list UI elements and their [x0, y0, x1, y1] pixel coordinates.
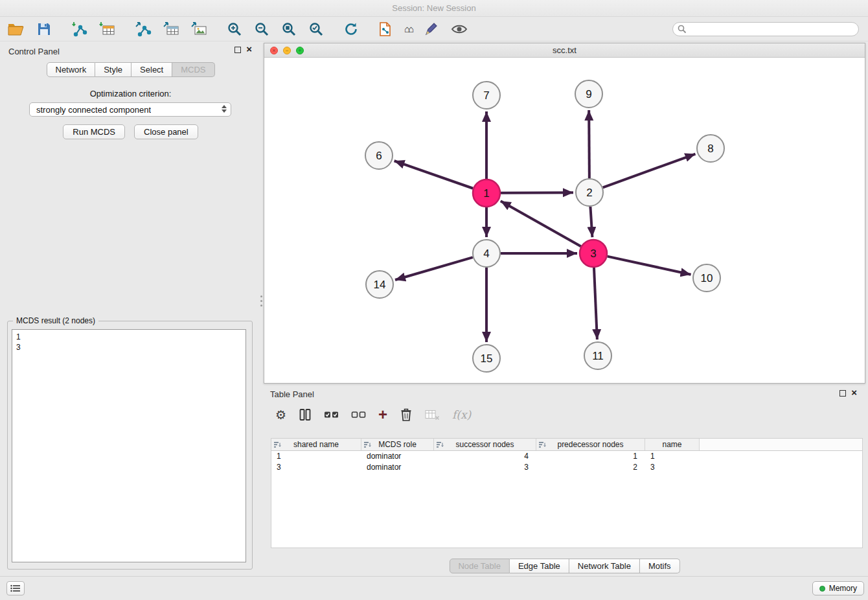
deselect-all-button[interactable]	[351, 410, 366, 420]
network-file-icon	[378, 21, 393, 37]
graph-node-8[interactable]: 8	[697, 135, 724, 162]
select-all-button[interactable]	[324, 410, 339, 420]
tab-node-table[interactable]: Node Table	[449, 559, 510, 573]
float-panel-icon[interactable]	[234, 47, 241, 53]
window-maximize-icon[interactable]: +	[296, 47, 304, 54]
tab-network-table[interactable]: Network Table	[569, 559, 640, 573]
cell-shared-name[interactable]: 3	[271, 462, 361, 473]
graph-node-9[interactable]: 9	[575, 80, 602, 108]
graph-node-1[interactable]: 1	[473, 179, 500, 207]
tab-style[interactable]: Style	[95, 62, 131, 77]
column-header-name[interactable]: name	[645, 439, 700, 450]
fit-content-icon	[281, 21, 297, 37]
window-close-icon[interactable]: ×	[270, 47, 278, 54]
tab-network[interactable]: Network	[46, 62, 95, 77]
search-field[interactable]	[672, 22, 859, 36]
import-network-button[interactable]	[69, 20, 89, 38]
graph-node-6[interactable]: 6	[365, 142, 393, 169]
column-header-successor-nodes[interactable]: successor nodes	[434, 439, 536, 450]
trash-icon	[400, 408, 413, 422]
zoom-in-button[interactable]	[225, 20, 244, 38]
task-history-button[interactable]	[6, 581, 25, 595]
close-panel-button[interactable]: Close panel	[134, 124, 198, 139]
open-session-button[interactable]	[6, 21, 25, 38]
tab-motifs[interactable]: Motifs	[640, 559, 680, 573]
graph-edge-3-11[interactable]	[594, 268, 597, 340]
cell-predecessor-nodes[interactable]: 1	[536, 451, 645, 462]
result-line: 3	[16, 342, 242, 352]
float-table-panel-icon[interactable]	[839, 390, 846, 397]
export-table-icon	[163, 21, 179, 37]
cell-name[interactable]: 3	[645, 462, 700, 473]
graph-edge-4-14[interactable]	[395, 257, 473, 280]
save-session-button[interactable]	[36, 21, 52, 38]
apply-style-button[interactable]	[422, 20, 440, 38]
column-header-predecessor-nodes[interactable]: predecessor nodes	[536, 439, 645, 450]
sort-icon	[274, 441, 281, 448]
graph-edge-2-3[interactable]	[590, 207, 592, 237]
cell-mcds-role[interactable]: dominator	[361, 451, 434, 462]
memory-status-icon	[819, 586, 825, 592]
deselect-all-icon	[351, 410, 366, 420]
graph-node-4[interactable]: 4	[473, 240, 500, 267]
window-titlebar[interactable]: Session: New Session	[0, 0, 868, 17]
graph-node-15[interactable]: 15	[473, 345, 500, 372]
graph-edge-1-2[interactable]	[501, 192, 573, 193]
network-window-titlebar[interactable]: × − + scc.txt	[264, 43, 865, 58]
mcds-result-title: MCDS result (2 nodes)	[13, 316, 98, 325]
cell-shared-name[interactable]: 1	[271, 451, 361, 462]
column-header-mcds-role[interactable]: MCDS role	[361, 439, 434, 450]
graph-edge-1-6[interactable]	[394, 161, 474, 188]
open-network-file-button[interactable]	[377, 20, 394, 38]
cell-name[interactable]: 1	[645, 451, 700, 462]
tab-edge-table[interactable]: Edge Table	[510, 559, 569, 573]
control-panel: Control Panel × Network Style Select MCD…	[2, 43, 259, 575]
cell-predecessor-nodes[interactable]: 2	[536, 462, 645, 473]
memory-button[interactable]: Memory	[812, 581, 864, 595]
svg-text:3: 3	[590, 248, 596, 260]
tab-mcds[interactable]: MCDS	[172, 62, 214, 77]
zoom-selected-button[interactable]	[307, 20, 325, 38]
column-header-shared-name[interactable]: shared name	[271, 439, 361, 450]
graph-edge-3-10[interactable]	[607, 257, 691, 275]
graph-node-10[interactable]: 10	[693, 264, 720, 292]
graph-edge-2-8[interactable]	[603, 154, 696, 188]
close-panel-icon[interactable]: ×	[246, 44, 252, 54]
window-minimize-icon[interactable]: −	[283, 47, 291, 54]
cell-successor-nodes[interactable]: 4	[434, 451, 536, 462]
graph-edge-3-1[interactable]	[501, 201, 581, 246]
add-row-button[interactable]: +	[378, 408, 387, 421]
tab-select[interactable]: Select	[131, 62, 172, 77]
graph-node-7[interactable]: 7	[473, 82, 500, 109]
export-image-button[interactable]	[190, 20, 209, 38]
graph-node-11[interactable]: 11	[584, 342, 611, 369]
run-mcds-button[interactable]: Run MCDS	[63, 124, 125, 139]
export-table-button[interactable]	[162, 20, 181, 38]
network-canvas[interactable]: 7968124314101511	[264, 58, 865, 383]
zoom-out-button[interactable]	[253, 20, 271, 38]
cell-mcds-role[interactable]: dominator	[361, 462, 434, 473]
cell-successor-nodes[interactable]: 3	[434, 462, 536, 473]
show-columns-button[interactable]	[299, 408, 312, 421]
fit-content-button[interactable]	[280, 20, 298, 38]
table-row[interactable]: 3 dominator 3 2 3	[271, 462, 862, 473]
optimization-criterion-dropdown[interactable]: strongly connected component	[29, 102, 231, 117]
table-settings-button[interactable]: ⚙	[275, 409, 286, 421]
result-line: 1	[16, 332, 242, 342]
home-button[interactable]: ⌂⌂	[403, 22, 413, 36]
refresh-view-button[interactable]	[342, 20, 360, 38]
close-table-panel-icon[interactable]: ×	[851, 387, 857, 398]
panel-splitter[interactable]	[259, 43, 264, 575]
search-input[interactable]	[672, 22, 859, 36]
zoom-selected-icon	[308, 21, 324, 37]
graph-node-3[interactable]: 3	[580, 240, 607, 267]
graph-node-14[interactable]: 14	[366, 271, 393, 298]
show-hide-button[interactable]	[450, 21, 469, 38]
import-table-button[interactable]	[98, 20, 117, 38]
delete-rows-button[interactable]	[400, 408, 413, 422]
graph-edge-2-9[interactable]	[589, 110, 589, 178]
export-network-button[interactable]	[133, 20, 153, 38]
network-graph[interactable]: 7968124314101511	[264, 58, 865, 383]
graph-node-2[interactable]: 2	[576, 179, 603, 206]
table-row[interactable]: 1 dominator 4 1 1	[271, 451, 862, 462]
